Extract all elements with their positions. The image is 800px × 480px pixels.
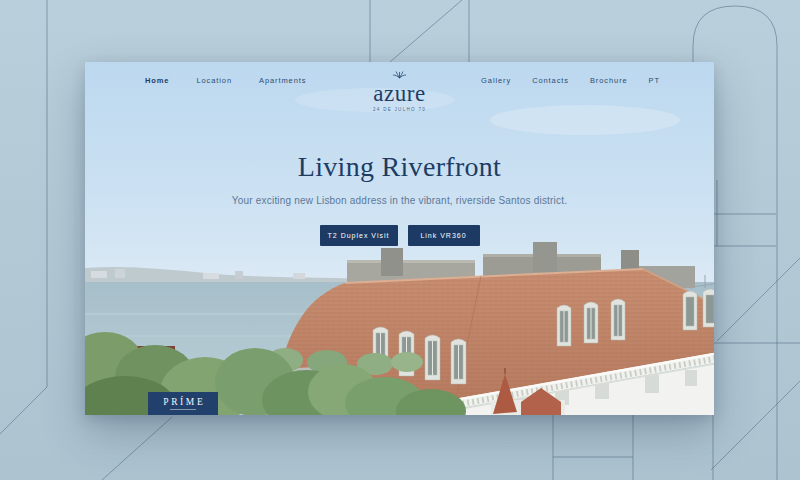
hero-section: Living Riverfront Your exciting new Lisb… [85,152,714,246]
nav-item-home[interactable]: Home [145,76,169,85]
page-title: Living Riverfront [85,152,714,182]
nav-item-brochure[interactable]: Brochure [590,76,628,85]
website-screenshot: Home Location Apartments azure 24 DE JUL… [85,62,714,415]
prime-watermark-rule [170,409,196,410]
brand-name: azure [373,83,426,105]
nav-item-gallery[interactable]: Gallery [481,76,511,85]
language-switch-pt[interactable]: PT [649,76,660,85]
hero-subtitle: Your exciting new Lisbon address in the … [85,195,714,206]
lotus-ornament-icon [391,70,409,79]
hero-buttons: T2 Duplex Visit Link VR360 [85,225,714,246]
prime-watermark: PRÍME [148,392,218,415]
brand-tagline: 24 DE JULHO 70 [373,107,426,112]
nav-left: Home Location Apartments [145,76,306,85]
brand-logo[interactable]: azure 24 DE JULHO 70 [373,65,426,112]
page-background: Home Location Apartments azure 24 DE JUL… [0,0,800,480]
nav-right: Gallery Contacts Brochure PT [481,76,660,85]
nav-item-apartments[interactable]: Apartments [259,76,306,85]
nav-item-location[interactable]: Location [196,76,232,85]
prime-watermark-label: PRÍME [161,397,206,407]
vr360-link-button[interactable]: Link VR360 [408,225,480,246]
duplex-visit-button[interactable]: T2 Duplex Visit [320,225,398,246]
nav-item-contacts[interactable]: Contacts [532,76,569,85]
